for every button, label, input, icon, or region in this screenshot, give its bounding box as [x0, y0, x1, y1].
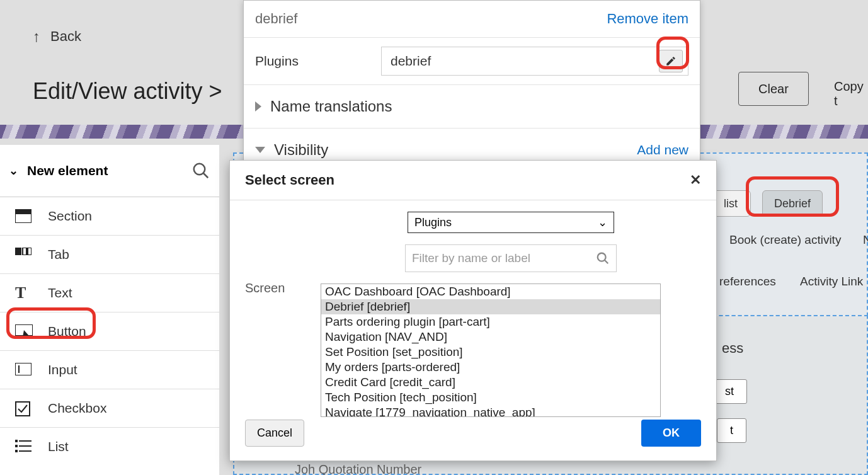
svg-rect-6 — [28, 248, 31, 255]
search-icon[interactable] — [596, 251, 610, 265]
preferences-partial[interactable]: references — [719, 275, 776, 289]
list-item[interactable]: My orders [parts-ordered] — [321, 360, 660, 375]
search-icon[interactable] — [191, 161, 210, 180]
tab-debrief[interactable]: Debrief — [762, 190, 823, 217]
list-item[interactable]: Parts ordering plugin [part-cart] — [321, 314, 660, 329]
sidebar-item-button[interactable]: Button — [0, 312, 219, 351]
sidebar-item-checkbox[interactable]: Checkbox — [0, 389, 219, 428]
text-icon: T — [15, 286, 31, 300]
sidebar-item-input[interactable]: Input — [0, 351, 219, 389]
screen-label: Screen — [245, 212, 302, 417]
sidebar: ⌄ New element Section Tab T Text Button … — [0, 145, 219, 475]
chevron-down-icon: ⌄ — [598, 215, 607, 229]
t-button-partial[interactable]: t — [717, 418, 746, 443]
screen-type-select[interactable]: Plugins ⌄ — [408, 212, 614, 233]
edit-button[interactable] — [659, 50, 683, 72]
svg-point-17 — [598, 253, 606, 261]
button-icon — [15, 324, 31, 338]
plugins-value-input[interactable]: debrief — [381, 47, 688, 76]
svg-rect-14 — [19, 445, 31, 447]
chevron-down-icon: ⌄ — [9, 164, 18, 178]
checkbox-icon — [15, 401, 31, 415]
n-partial: N — [863, 233, 868, 247]
sidebar-item-list[interactable]: List — [0, 428, 219, 466]
screen-list[interactable]: OAC Dashboard [OAC Dashboard]Debrief [de… — [321, 283, 661, 417]
list-item[interactable]: Set Position [set_position] — [321, 345, 660, 360]
sidebar-header[interactable]: ⌄ New element — [0, 145, 219, 197]
book-activity-text[interactable]: Book (create) activity — [729, 233, 841, 247]
back-link[interactable]: ↑ Back — [33, 28, 81, 45]
t-label: t — [730, 424, 733, 437]
data-fields-expander[interactable]: › Data fields — [0, 466, 219, 475]
dialog-body: Screen Plugins ⌄ OAC Dashboard [OAC Dash… — [230, 200, 716, 421]
arrow-up-icon: ↑ — [33, 28, 40, 45]
svg-point-0 — [194, 164, 205, 175]
svg-rect-12 — [19, 440, 31, 442]
sidebar-item-label: List — [48, 439, 69, 454]
list-icon — [15, 440, 31, 454]
sidebar-item-label: Button — [48, 324, 86, 339]
tab-list[interactable]: list — [712, 190, 751, 217]
tab-icon — [15, 248, 31, 261]
svg-line-1 — [203, 173, 208, 178]
filter-input[interactable] — [412, 251, 591, 265]
cancel-button[interactable]: Cancel — [245, 420, 304, 447]
svg-rect-5 — [23, 248, 26, 255]
sidebar-item-section[interactable]: Section — [0, 197, 219, 236]
svg-rect-3 — [15, 209, 31, 214]
activity-link-text[interactable]: Activity Link — [800, 275, 863, 289]
clear-label: Clear — [758, 82, 789, 96]
svg-rect-10 — [16, 402, 30, 416]
sidebar-item-label: Tab — [48, 247, 69, 262]
svg-rect-8 — [15, 363, 31, 375]
sidebar-section-label: New element — [27, 163, 108, 178]
plugins-row: Plugins debrief — [244, 38, 700, 85]
svg-rect-4 — [15, 248, 21, 255]
ok-button[interactable]: OK — [641, 420, 701, 447]
add-new-link[interactable]: Add new — [637, 142, 688, 157]
sidebar-item-label: Section — [48, 209, 92, 224]
pencil-icon — [665, 55, 677, 67]
dropdown-item-label: debrief — [255, 11, 297, 27]
svg-line-18 — [605, 260, 608, 264]
copy-button-partial[interactable]: Copy t — [834, 79, 868, 108]
triangle-right-icon — [255, 101, 261, 112]
cess-partial: ess — [722, 340, 743, 357]
dropdown-panel: debrief Remove item Plugins debrief Name… — [243, 0, 700, 166]
name-translations-expander[interactable]: Name translations — [244, 85, 700, 128]
visibility-label: Visibility — [274, 141, 328, 159]
plugins-label: Plugins — [255, 54, 356, 69]
close-icon[interactable]: ✕ — [690, 172, 701, 188]
filter-wrap — [405, 244, 617, 272]
input-icon — [15, 363, 31, 377]
svg-rect-11 — [15, 440, 18, 442]
st-label: st — [725, 385, 734, 398]
sidebar-item-label: Checkbox — [48, 401, 106, 416]
remove-item-link[interactable]: Remove item — [607, 11, 688, 27]
select-screen-dialog: Select screen ✕ Screen Plugins ⌄ OAC Das… — [229, 160, 717, 461]
tab-list-label: list — [724, 197, 738, 210]
name-translations-label: Name translations — [270, 98, 392, 115]
sidebar-item-label: Input — [48, 362, 77, 377]
plugins-value: debrief — [391, 54, 431, 69]
sidebar-item-tab[interactable]: Tab — [0, 236, 219, 274]
svg-rect-16 — [19, 450, 31, 452]
list-item[interactable]: Debrief [debrief] — [321, 299, 660, 314]
back-label: Back — [50, 28, 81, 45]
list-item[interactable]: Navigation [NAV_AND] — [321, 329, 660, 345]
triangle-down-icon — [255, 147, 265, 153]
list-item[interactable]: Credit Card [credit_card] — [321, 375, 660, 390]
svg-rect-13 — [15, 445, 18, 447]
dialog-footer: Cancel OK — [230, 412, 716, 454]
clear-button[interactable]: Clear — [738, 72, 809, 106]
dialog-header: Select screen ✕ — [230, 161, 716, 200]
st-button-partial[interactable]: st — [712, 379, 747, 404]
section-icon — [15, 209, 31, 223]
list-item[interactable]: OAC Dashboard [OAC Dashboard] — [321, 284, 660, 299]
tab-debrief-label: Debrief — [774, 197, 811, 210]
page-title: Edit/View activity > — [33, 78, 222, 105]
list-item[interactable]: Tech Position [tech_position] — [321, 390, 660, 405]
dialog-title: Select screen — [245, 172, 334, 188]
dropdown-item-header: debrief Remove item — [244, 1, 700, 38]
sidebar-item-text[interactable]: T Text — [0, 274, 219, 312]
